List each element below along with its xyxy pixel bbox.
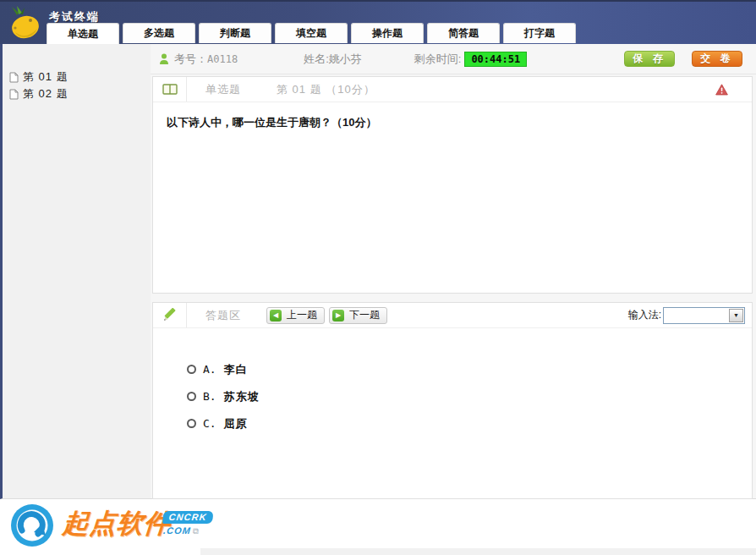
- submit-paper-button[interactable]: 交 卷: [692, 51, 742, 67]
- sidebar-item-label: 第 02 题: [23, 86, 68, 102]
- option-a[interactable]: A. 李白: [187, 362, 752, 376]
- tab-fill-blank[interactable]: 填空题: [275, 23, 348, 43]
- radio-option-c[interactable]: [187, 419, 196, 428]
- ime-select[interactable]: ▼: [663, 307, 745, 324]
- tab-typing[interactable]: 打字题: [503, 23, 576, 43]
- pencil-icon: [162, 308, 177, 322]
- badge-cncrk: CNCRK: [162, 511, 213, 524]
- book-icon: [162, 84, 178, 95]
- option-key: A.: [203, 363, 216, 376]
- document-icon: [9, 89, 19, 100]
- dropdown-arrow-icon[interactable]: ▼: [729, 309, 743, 322]
- time-label: 剩余时间:: [414, 52, 462, 67]
- name-value: 姚小芬: [329, 52, 362, 67]
- option-key: C.: [203, 417, 216, 430]
- question-type-label: 单选题: [205, 82, 241, 97]
- tab-short-answer[interactable]: 简答题: [427, 23, 500, 43]
- prev-button-label: 上一题: [287, 308, 317, 322]
- options-list: A. 李白 B. 苏东坡 C. 屈原: [153, 328, 752, 431]
- answer-area-label: 答题区: [205, 308, 241, 323]
- warning-icon: [715, 84, 728, 96]
- badge-com: .COM: [161, 525, 191, 536]
- exam-no-label: 考号：: [174, 52, 207, 67]
- tab-single-choice[interactable]: 单选题: [47, 23, 119, 44]
- examinee-icon: [159, 53, 169, 65]
- radio-option-a[interactable]: [187, 365, 196, 374]
- question-number-label: 第 01 题 （10分）: [277, 82, 375, 97]
- option-text: 屈原: [224, 416, 248, 431]
- external-icon: ⧉: [192, 526, 199, 536]
- answer-panel-header: 答题区 ◀ 上一题 ▶ 下一题 输入法: ▼: [153, 303, 752, 328]
- pineapple-app-icon: [5, 5, 44, 44]
- exam-info-bar: 考号： A0118 姓名: 姚小芬 剩余时间: 00:44:51 保 存 交 卷: [151, 44, 756, 74]
- ime-group: 输入法: ▼: [628, 307, 745, 324]
- prev-arrow-icon: ◀: [270, 310, 282, 321]
- tab-operation[interactable]: 操作题: [351, 23, 424, 43]
- option-text: 李白: [224, 362, 248, 377]
- answer-icon-cell: [153, 303, 187, 327]
- prev-question-button[interactable]: ◀ 上一题: [266, 307, 325, 324]
- question-icon-cell: [153, 77, 187, 102]
- brand-badge: CNCRK .COM⧉: [161, 510, 213, 536]
- title-bar: 考试终端 单选题 多选题 判断题 填空题 操作题 简答题 打字题: [0, 0, 756, 44]
- bottom-strip: [200, 548, 756, 555]
- brand-text[interactable]: 起点软件: [62, 506, 173, 541]
- time-remaining-badge: 00:44:51: [464, 52, 527, 67]
- option-b[interactable]: B. 苏东坡: [187, 389, 752, 404]
- warning-icon-wrap[interactable]: [715, 84, 728, 96]
- tab-multi-choice[interactable]: 多选题: [123, 23, 195, 43]
- option-text: 苏东坡: [224, 389, 260, 404]
- document-icon: [9, 72, 19, 83]
- question-panel: 单选题 第 01 题 （10分） 以下诗人中，哪一位是生于唐朝？（10分）: [152, 76, 753, 294]
- question-text: 以下诗人中，哪一位是生于唐朝？（10分）: [153, 102, 752, 143]
- cncrk-logo-icon: [8, 502, 56, 549]
- radio-option-b[interactable]: [187, 392, 196, 401]
- sidebar-item-label: 第 01 题: [23, 69, 68, 85]
- option-key: B.: [203, 390, 216, 403]
- question-list-sidebar: 第 01 题 第 02 题: [0, 44, 151, 499]
- sidebar-item-question-02[interactable]: 第 02 题: [9, 86, 151, 102]
- answer-panel: 答题区 ◀ 上一题 ▶ 下一题 输入法: ▼ A. 李白: [152, 302, 753, 499]
- footer-watermark: 起点软件 CNCRK .COM⧉: [0, 499, 756, 555]
- next-question-button[interactable]: ▶ 下一题: [329, 307, 387, 324]
- sidebar-item-question-01[interactable]: 第 01 题: [9, 69, 151, 85]
- exam-no-value: A0118: [207, 53, 238, 65]
- tab-true-false[interactable]: 判断题: [199, 23, 271, 43]
- question-panel-header: 单选题 第 01 题 （10分）: [153, 77, 752, 102]
- next-button-label: 下一题: [349, 308, 380, 322]
- tab-row: 单选题 多选题 判断题 填空题 操作题 简答题 打字题: [47, 23, 576, 44]
- save-button[interactable]: 保 存: [624, 51, 675, 67]
- ime-label: 输入法:: [628, 308, 661, 322]
- option-c[interactable]: C. 屈原: [187, 416, 752, 431]
- next-arrow-icon: ▶: [332, 310, 344, 321]
- main-area: 考号： A0118 姓名: 姚小芬 剩余时间: 00:44:51 保 存 交 卷…: [151, 44, 756, 499]
- name-label: 姓名:: [304, 52, 329, 67]
